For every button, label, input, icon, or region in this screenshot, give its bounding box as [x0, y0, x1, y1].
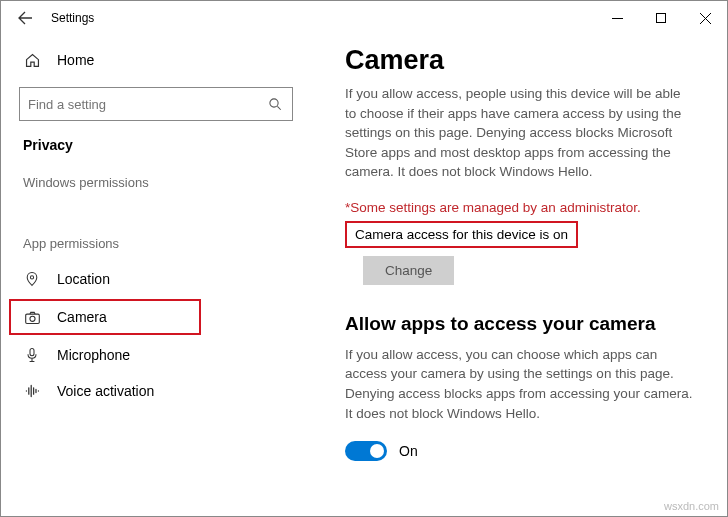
- allow-apps-toggle[interactable]: [345, 441, 387, 461]
- watermark: wsxdn.com: [664, 500, 719, 512]
- window-controls: [595, 1, 727, 35]
- nav-voice-activation-label: Voice activation: [57, 383, 154, 399]
- sidebar: Home Privacy Windows permissions App per…: [1, 35, 311, 516]
- camera-access-status: Camera access for this device is on: [345, 221, 578, 248]
- search-input[interactable]: [19, 87, 293, 121]
- search-field[interactable]: [28, 97, 266, 112]
- nav-voice-activation[interactable]: Voice activation: [1, 373, 311, 409]
- nav-microphone-label: Microphone: [57, 347, 130, 363]
- microphone-icon: [23, 346, 41, 364]
- camera-description: If you allow access, people using this d…: [345, 84, 693, 182]
- nav-camera[interactable]: Camera: [9, 299, 201, 335]
- svg-point-6: [30, 276, 33, 279]
- svg-rect-7: [25, 314, 39, 323]
- titlebar: Settings: [1, 1, 727, 35]
- content-pane: Camera If you allow access, people using…: [311, 35, 727, 516]
- nav-camera-label: Camera: [57, 309, 107, 325]
- close-button[interactable]: [683, 1, 727, 35]
- svg-point-4: [269, 98, 277, 106]
- maximize-button[interactable]: [639, 1, 683, 35]
- nav-microphone[interactable]: Microphone: [1, 337, 311, 373]
- allow-apps-heading: Allow apps to access your camera: [345, 313, 693, 335]
- svg-rect-9: [30, 349, 34, 356]
- search-icon: [266, 95, 284, 113]
- allow-apps-description: If you allow access, you can choose whic…: [345, 345, 693, 423]
- group-windows-permissions: Windows permissions: [1, 175, 311, 190]
- change-button[interactable]: Change: [363, 256, 454, 285]
- nav-home[interactable]: Home: [1, 41, 311, 79]
- nav-location-label: Location: [57, 271, 110, 287]
- svg-rect-1: [656, 13, 665, 22]
- admin-note: *Some settings are managed by an adminis…: [345, 200, 693, 215]
- minimize-button[interactable]: [595, 1, 639, 35]
- back-arrow-icon: [17, 10, 33, 26]
- window-title: Settings: [51, 11, 94, 25]
- nav-home-label: Home: [57, 52, 94, 68]
- camera-icon: [23, 308, 41, 326]
- voice-activation-icon: [23, 382, 41, 400]
- toggle-state-label: On: [399, 443, 418, 459]
- group-app-permissions: App permissions: [1, 236, 311, 251]
- location-icon: [23, 270, 41, 288]
- page-title: Camera: [345, 45, 693, 76]
- back-button[interactable]: [5, 1, 45, 35]
- sidebar-heading: Privacy: [1, 137, 311, 153]
- svg-line-5: [277, 106, 280, 109]
- svg-point-8: [29, 316, 34, 321]
- nav-location[interactable]: Location: [1, 261, 311, 297]
- home-icon: [23, 51, 41, 69]
